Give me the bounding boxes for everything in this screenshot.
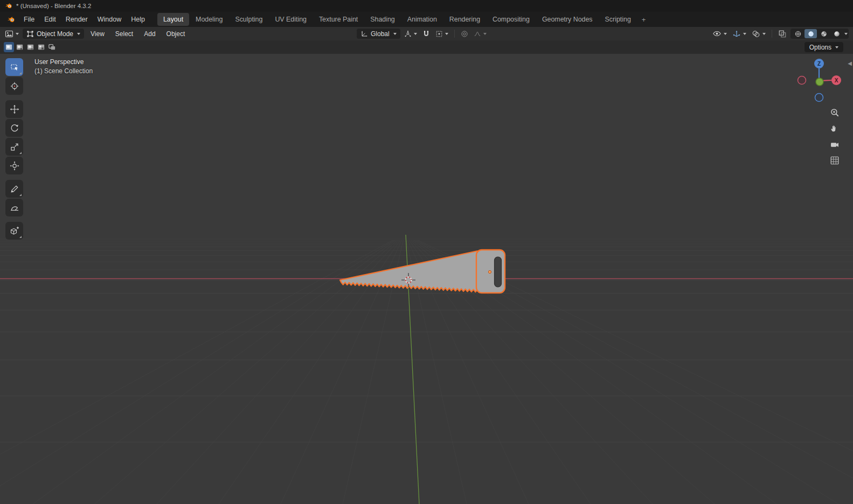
shading-rendered-button[interactable]: [830, 29, 843, 38]
select-mode-intersect-button[interactable]: [47, 42, 57, 52]
cursor-tool-icon: [10, 81, 19, 91]
tool-scale[interactable]: [5, 138, 23, 156]
gizmo-z-neg-ball[interactable]: [815, 94, 823, 102]
tab-layout[interactable]: Layout: [157, 13, 189, 26]
menu-select[interactable]: Select: [111, 29, 137, 39]
editor-type-button[interactable]: [3, 29, 20, 39]
overlays-icon: [752, 30, 760, 38]
select-intersect-icon: [48, 43, 56, 51]
chevron-down-icon: [762, 33, 766, 35]
chevron-down-icon: [743, 33, 746, 35]
proportional-editing-icon: [461, 30, 468, 38]
gizmo-x-neg-ball[interactable]: [798, 76, 806, 85]
gizmos-dropdown[interactable]: [731, 29, 748, 39]
select-extend-icon: [16, 43, 24, 51]
select-mode-extend-button[interactable]: [15, 42, 25, 52]
transform-orientation-dropdown[interactable]: Global: [357, 29, 400, 39]
select-mode-subtract-button[interactable]: [25, 42, 36, 52]
tab-modeling[interactable]: Modeling: [190, 13, 228, 26]
viewport-3d[interactable]: User Perspective (1) Scene Collection: [0, 54, 853, 504]
chevron-down-icon: [393, 33, 397, 35]
snap-target-icon: [435, 30, 443, 38]
chevron-down-icon: [445, 33, 448, 35]
mode-dropdown[interactable]: Object Mode: [23, 29, 84, 39]
snap-settings-dropdown[interactable]: [434, 29, 450, 39]
app-menu-button[interactable]: [3, 15, 19, 25]
add-workspace-button[interactable]: +: [637, 13, 650, 26]
menu-render[interactable]: Render: [61, 13, 93, 25]
tool-move[interactable]: [5, 100, 23, 118]
measure-icon: [10, 203, 19, 213]
blender-logo-icon: [5, 2, 12, 10]
xray-toggle-button[interactable]: [776, 29, 788, 39]
tab-sculpting[interactable]: Sculpting: [229, 13, 268, 26]
zoom-control[interactable]: [828, 106, 842, 120]
tab-scripting[interactable]: Scripting: [599, 13, 637, 26]
pan-control[interactable]: [828, 122, 842, 136]
menu-file[interactable]: File: [19, 13, 39, 25]
tab-animation[interactable]: Animation: [401, 13, 443, 26]
chevron-down-icon: [77, 33, 80, 35]
tool-annotate[interactable]: [5, 180, 23, 198]
titlebar: * (Unsaved) - Blender 4.3.2: [0, 0, 853, 12]
pivot-point-dropdown[interactable]: [403, 29, 419, 39]
saw-object[interactable]: [340, 250, 505, 293]
overlays-dropdown[interactable]: [750, 29, 767, 39]
ortho-grid-icon: [830, 156, 840, 165]
select-box-icon: [10, 62, 19, 72]
scale-icon: [10, 142, 19, 152]
falloff-curve-icon: [474, 30, 481, 38]
select-mode-invert-button[interactable]: [36, 42, 46, 52]
move-icon: [10, 104, 19, 114]
tab-uv-editing[interactable]: UV Editing: [269, 13, 313, 26]
menu-edit[interactable]: Edit: [39, 13, 61, 25]
tool-select-box[interactable]: [5, 58, 23, 76]
menu-add[interactable]: Add: [140, 29, 159, 39]
shading-wireframe-button[interactable]: [792, 29, 804, 38]
chevron-down-icon: [414, 33, 417, 35]
tool-add-cube[interactable]: [5, 222, 23, 240]
tool-rotate[interactable]: [5, 119, 23, 137]
divider: [772, 30, 772, 38]
proportional-editing-button[interactable]: [459, 29, 470, 39]
select-invert-icon: [37, 43, 45, 51]
options-dropdown[interactable]: Options: [805, 42, 843, 52]
menu-object[interactable]: Object: [162, 29, 190, 39]
select-mode-set-button[interactable]: [4, 42, 14, 52]
snap-toggle-button[interactable]: [421, 29, 432, 39]
tab-shading[interactable]: Shading: [364, 13, 400, 26]
gizmo-x-label: X: [835, 78, 838, 83]
camera-view-control[interactable]: [828, 138, 842, 152]
divider: [454, 30, 455, 38]
editor-type-icon: [5, 30, 13, 38]
menu-help[interactable]: Help: [126, 13, 150, 25]
magnet-icon: [422, 30, 430, 38]
scene-svg[interactable]: [0, 54, 853, 504]
tab-rendering[interactable]: Rendering: [443, 13, 486, 26]
tool-cursor[interactable]: [5, 77, 23, 95]
shading-material-button[interactable]: [817, 29, 830, 38]
xray-icon: [778, 30, 787, 38]
visibility-dropdown[interactable]: [711, 29, 729, 39]
menu-view[interactable]: View: [86, 29, 109, 39]
proportional-falloff-dropdown[interactable]: [472, 29, 488, 39]
shading-solid-button[interactable]: [805, 29, 817, 38]
tab-geometry-nodes[interactable]: Geometry Nodes: [536, 13, 599, 26]
sidebar-collapse-arrow[interactable]: ◀: [848, 60, 852, 66]
tool-measure[interactable]: [5, 199, 23, 216]
nav-gizmo[interactable]: Z X: [795, 57, 843, 104]
wireframe-sphere-icon: [794, 30, 802, 38]
tab-compositing[interactable]: Compositing: [487, 13, 536, 26]
viewport-header: Object Mode View Select Add Object Globa…: [0, 27, 853, 40]
options-label: Options: [809, 44, 831, 51]
tool-transform[interactable]: [5, 157, 23, 174]
tab-texture-paint[interactable]: Texture Paint: [313, 13, 364, 26]
object-origin-dot: [488, 270, 491, 273]
rendered-sphere-icon: [833, 30, 841, 38]
select-set-icon: [5, 43, 13, 51]
gizmo-y-ball[interactable]: [816, 78, 823, 86]
menu-window[interactable]: Window: [93, 13, 126, 25]
toggle-orthographic-control[interactable]: [828, 153, 842, 167]
select-subtract-icon: [26, 43, 34, 51]
shading-mode-group: [790, 29, 849, 39]
